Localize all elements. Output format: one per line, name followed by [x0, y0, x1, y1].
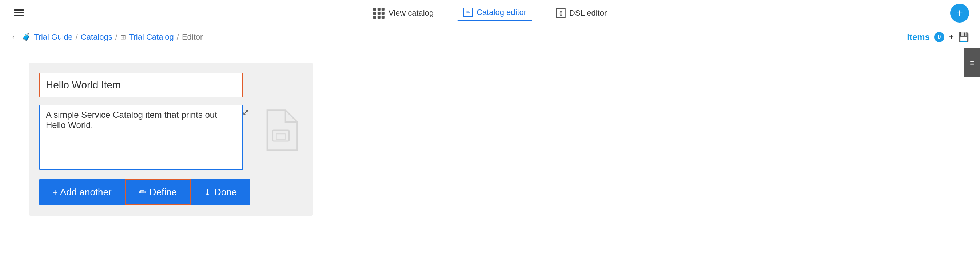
nav-catalog-editor[interactable]: ✏ Catalog editor [458, 5, 532, 21]
add-another-label: + Add another [52, 186, 112, 198]
global-add-button[interactable]: + [950, 4, 969, 22]
nav-view-catalog-label: View catalog [388, 8, 434, 18]
define-label: ✏ Define [139, 186, 177, 198]
grid-icon [373, 8, 385, 19]
right-panel-icon: ≡ [970, 59, 974, 67]
items-count-badge: 0 [934, 32, 944, 42]
breadcrumb: ← 🧳 Trial Guide / Catalogs / ⊞ Trial Cat… [11, 32, 203, 42]
breadcrumb-guide[interactable]: Trial Guide [34, 32, 73, 42]
nav-catalog-editor-label: Catalog editor [477, 8, 527, 17]
nav-dsl-editor-label: DSL editor [569, 8, 607, 18]
breadcrumb-sep1: / [76, 32, 78, 42]
right-panel-toggle[interactable]: ≡ [964, 48, 980, 78]
define-button[interactable]: ✏ Define [125, 179, 191, 205]
description-row: A simple Service Catalog item that print… [39, 105, 303, 172]
breadcrumb-catalogs[interactable]: Catalogs [81, 32, 112, 42]
breadcrumb-bar: ← 🧳 Trial Guide / Catalogs / ⊞ Trial Cat… [0, 26, 980, 48]
breadcrumb-sep2: / [115, 32, 118, 42]
nav-view-catalog[interactable]: View catalog [368, 5, 439, 21]
back-arrow[interactable]: ← [11, 32, 19, 42]
file-icon-svg [262, 108, 299, 152]
top-navigation: View catalog ✏ Catalog editor {} DSL edi… [0, 0, 980, 26]
breadcrumb-sep3: / [177, 32, 179, 42]
item-description-textarea[interactable]: A simple Service Catalog item that print… [39, 105, 243, 170]
dsl-icon: {} [556, 8, 566, 18]
item-name-input[interactable] [39, 73, 243, 97]
nav-center: View catalog ✏ Catalog editor {} DSL edi… [368, 5, 612, 21]
items-bar: Items 0 + 💾 [907, 32, 969, 42]
done-button[interactable]: ⤓ Done [191, 179, 250, 205]
expand-icon[interactable]: ⤢ [242, 108, 249, 117]
breadcrumb-editor: Editor [182, 32, 203, 42]
description-wrapper: A simple Service Catalog item that print… [39, 105, 252, 172]
main-content: A simple Service Catalog item that print… [0, 48, 980, 230]
briefcase-icon: 🧳 [22, 33, 31, 41]
editor-card: A simple Service Catalog item that print… [29, 62, 313, 216]
nav-top-right: + [950, 4, 969, 22]
done-label: Done [214, 186, 237, 198]
catalog-editor-icon: ✏ [463, 8, 473, 17]
add-another-button[interactable]: + Add another [39, 179, 125, 205]
items-add-button[interactable]: + [949, 32, 954, 42]
file-placeholder-icon [259, 105, 303, 156]
action-buttons: + Add another ✏ Define ⤓ Done [39, 179, 303, 205]
nav-dsl-editor[interactable]: {} DSL editor [550, 5, 612, 21]
hamburger-menu[interactable] [11, 6, 27, 19]
catalog-icon-small: ⊞ [121, 33, 126, 41]
items-save-button[interactable]: 💾 [958, 32, 969, 42]
items-count: 0 [938, 34, 941, 40]
breadcrumb-catalog[interactable]: Trial Catalog [129, 32, 174, 42]
items-label: Items [907, 32, 930, 42]
